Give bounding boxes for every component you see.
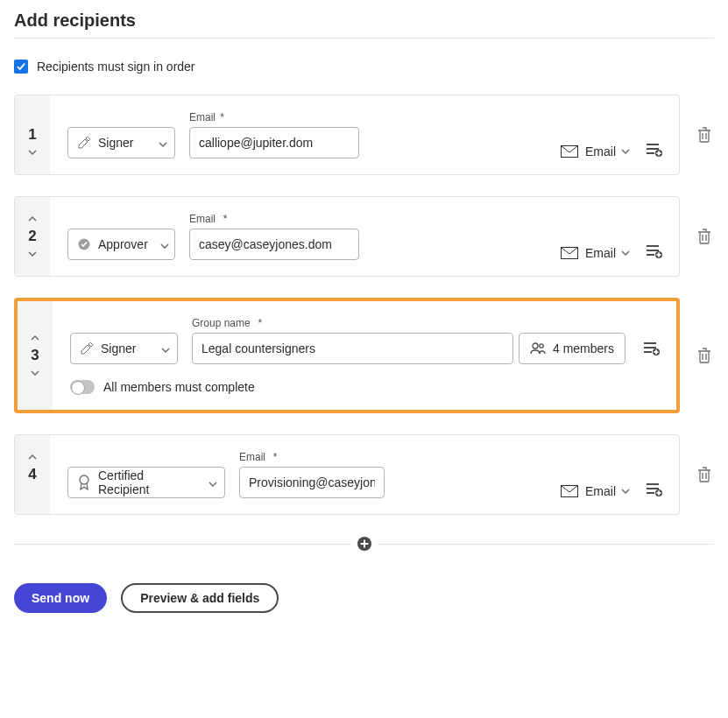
trash-icon: [697, 229, 711, 244]
move-up-button[interactable]: [22, 448, 43, 466]
group-name-input[interactable]: [192, 333, 513, 364]
delivery-method-label: Email: [585, 484, 616, 498]
email-input[interactable]: [239, 467, 385, 498]
chevron-down-icon: [28, 251, 37, 257]
recipient-card-highlighted: 3 Signer Group name *: [14, 298, 680, 413]
svg-rect-32: [364, 540, 365, 548]
check-circle-icon: [77, 237, 91, 251]
chevron-down-icon: [209, 475, 217, 489]
svg-rect-5: [658, 151, 660, 156]
title-divider: [14, 38, 714, 39]
svg-rect-11: [647, 254, 654, 256]
role-select[interactable]: Certified Recipient: [67, 467, 225, 498]
svg-rect-33: [360, 543, 368, 545]
svg-point-16: [540, 344, 543, 348]
email-input[interactable]: [189, 229, 359, 260]
group-name-label: Group name *: [192, 317, 626, 329]
role-select[interactable]: Approver: [67, 229, 175, 260]
email-label: Email *: [239, 451, 385, 463]
card-body: Signer Email * Email: [50, 95, 679, 174]
svg-rect-2: [647, 148, 659, 150]
delete-recipient-button[interactable]: [696, 466, 713, 483]
email-label: Email *: [189, 111, 359, 123]
group-members-label: 4 members: [553, 341, 614, 355]
delivery-method-label: Email: [585, 246, 616, 260]
svg-rect-1: [647, 144, 659, 145]
svg-rect-26: [647, 488, 659, 489]
order-handle: 2: [15, 197, 50, 276]
delivery-method-select[interactable]: Email: [561, 144, 630, 158]
card-body: Approver Email * Email: [50, 197, 679, 276]
move-up-button[interactable]: [25, 329, 46, 347]
svg-rect-6: [657, 152, 661, 154]
group-name-field-group: Group name * 4 members: [192, 317, 626, 364]
svg-rect-27: [647, 492, 654, 494]
email-field-group: Email *: [189, 111, 359, 158]
envelope-icon: [561, 145, 578, 158]
trash-icon: [697, 467, 711, 482]
svg-point-28: [655, 489, 662, 496]
chevron-down-icon: [28, 150, 37, 155]
role-label: Signer: [98, 136, 133, 150]
chevron-down-icon: [159, 136, 167, 150]
trash-icon: [697, 127, 711, 143]
order-number: 1: [28, 126, 36, 144]
add-recipient-button[interactable]: [357, 536, 372, 552]
all-members-toggle-row: All members must complete: [70, 380, 661, 394]
page-title: Add recipients: [14, 11, 714, 31]
sign-order-label: Recipients must sign in order: [37, 60, 195, 74]
list-add-icon: [647, 244, 662, 258]
svg-rect-30: [657, 492, 661, 494]
svg-rect-24: [562, 486, 578, 497]
delivery-method-select[interactable]: Email: [561, 246, 630, 260]
chevron-down-icon: [161, 341, 170, 355]
recipient-options-button[interactable]: [646, 481, 663, 498]
chevron-up-icon: [31, 335, 39, 341]
role-label: Approver: [98, 237, 148, 251]
pen-icon: [77, 136, 91, 150]
move-down-button[interactable]: [25, 364, 46, 382]
chevron-down-icon: [621, 149, 630, 154]
svg-rect-9: [647, 245, 659, 247]
all-members-toggle[interactable]: [70, 380, 95, 394]
delivery-method-select[interactable]: Email: [561, 484, 630, 498]
delete-recipient-button[interactable]: [696, 126, 713, 144]
preview-add-fields-button[interactable]: Preview & add fields: [121, 583, 279, 613]
order-number: 4: [28, 466, 36, 483]
recipient-row: 2 Approver Email * Email: [14, 196, 714, 277]
group-members-button[interactable]: 4 members: [519, 333, 626, 364]
send-now-button[interactable]: Send now: [14, 583, 107, 613]
list-add-icon: [644, 341, 660, 355]
email-input[interactable]: [189, 127, 359, 158]
list-add-icon: [647, 143, 662, 157]
recipient-card: 2 Approver Email * Email: [14, 196, 680, 277]
order-number: 3: [31, 347, 39, 364]
sign-order-checkbox[interactable]: [14, 60, 28, 74]
chevron-down-icon: [31, 370, 39, 376]
recipient-row: 4 Certified Recipient Email * Email: [14, 434, 714, 515]
recipient-options-button[interactable]: [643, 340, 661, 357]
recipient-options-button[interactable]: [646, 243, 663, 260]
svg-rect-17: [644, 342, 656, 344]
move-up-button[interactable]: [22, 210, 43, 228]
role-select[interactable]: Signer: [70, 333, 178, 364]
move-down-button[interactable]: [22, 144, 43, 161]
svg-rect-14: [657, 254, 661, 256]
svg-point-15: [533, 343, 538, 348]
move-down-button[interactable]: [22, 245, 43, 263]
action-buttons: Send now Preview & add fields: [14, 583, 714, 613]
card-body: Certified Recipient Email * Email: [50, 435, 679, 514]
svg-rect-25: [647, 483, 659, 485]
role-label: Certified Recipient: [98, 468, 196, 496]
role-select[interactable]: Signer: [67, 127, 175, 158]
chevron-down-icon: [160, 237, 169, 251]
card-body: Signer Group name * 4: [53, 301, 676, 410]
svg-point-23: [80, 475, 88, 484]
recipient-options-button[interactable]: [646, 141, 663, 158]
email-field-group: Email *: [189, 213, 359, 260]
list-add-icon: [647, 482, 662, 496]
chevron-down-icon: [621, 250, 630, 256]
svg-rect-10: [647, 250, 659, 251]
delete-recipient-button[interactable]: [696, 228, 713, 245]
delete-recipient-button[interactable]: [696, 347, 713, 364]
